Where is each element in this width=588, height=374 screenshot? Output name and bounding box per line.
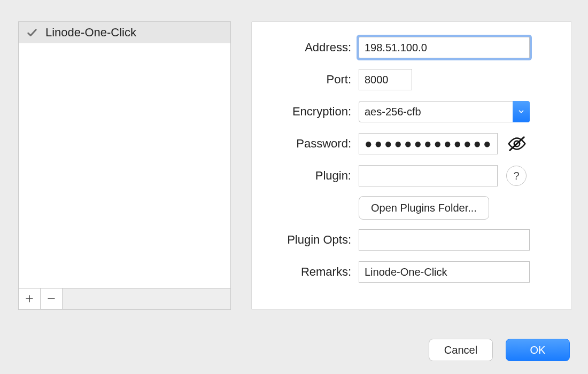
open-plugins-folder-button[interactable]: Open Plugins Folder... <box>359 196 489 220</box>
plugin-opts-label: Plugin Opts: <box>252 233 359 247</box>
password-label: Password: <box>252 137 359 151</box>
remove-server-button[interactable] <box>41 289 63 309</box>
plus-icon <box>25 294 34 303</box>
plugin-label: Plugin: <box>252 169 359 183</box>
cancel-button[interactable]: Cancel <box>429 339 493 361</box>
plugin-help-button[interactable]: ? <box>506 166 527 186</box>
preferences-dialog: Linode-One-Click Address: Port: Encrypti… <box>0 0 588 374</box>
address-label: Address: <box>252 41 359 54</box>
server-list-panel: Linode-One-Click <box>18 21 231 310</box>
encryption-select[interactable]: aes-256-cfb <box>359 101 530 122</box>
port-label: Port: <box>252 73 359 87</box>
toggle-password-visibility-button[interactable] <box>506 133 528 154</box>
server-list-item[interactable]: Linode-One-Click <box>19 22 230 43</box>
encryption-label: Encryption: <box>252 105 359 119</box>
ok-button[interactable]: OK <box>506 339 570 361</box>
plugin-input[interactable] <box>359 165 498 186</box>
port-input[interactable] <box>359 69 412 90</box>
help-icon: ? <box>513 170 519 182</box>
address-input[interactable] <box>359 37 530 58</box>
encryption-value: aes-256-cfb <box>359 101 530 122</box>
minus-icon <box>47 294 56 303</box>
server-item-label: Linode-One-Click <box>45 26 136 40</box>
check-icon <box>26 27 38 38</box>
eye-off-icon <box>507 134 527 154</box>
chevron-down-icon <box>513 101 530 122</box>
dialog-button-bar: Cancel OK <box>429 339 570 361</box>
server-list[interactable]: Linode-One-Click <box>18 21 231 289</box>
remarks-label: Remarks: <box>252 265 359 279</box>
plugin-opts-input[interactable] <box>359 229 530 251</box>
server-settings-form: Address: Port: Encryption: aes-256-cfb P… <box>251 21 572 310</box>
server-list-toolbar <box>18 289 231 310</box>
svg-line-1 <box>510 137 524 151</box>
remarks-input[interactable] <box>359 261 530 283</box>
add-server-button[interactable] <box>19 289 41 309</box>
password-input[interactable] <box>359 133 498 154</box>
